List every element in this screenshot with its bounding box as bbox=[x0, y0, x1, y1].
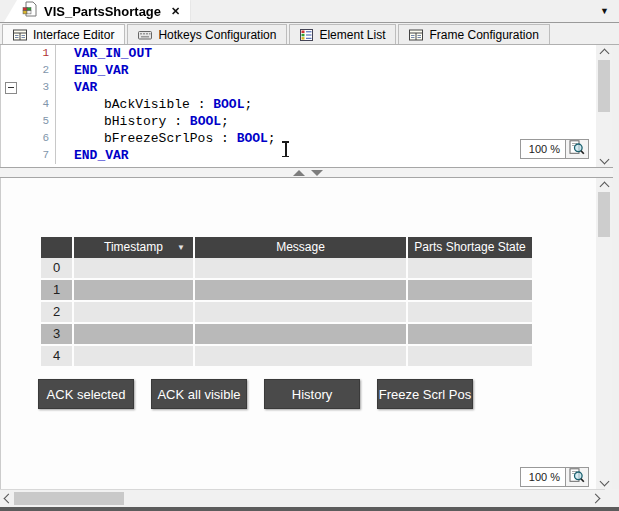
code-line[interactable]: 5bHistory : BOOL; bbox=[1, 113, 597, 130]
tab-label: Hotkeys Configuration bbox=[158, 28, 276, 42]
row-index: 0 bbox=[41, 258, 72, 278]
code-line[interactable]: 4bAckVisible : BOOL; bbox=[1, 96, 597, 113]
collapse-up-icon[interactable] bbox=[293, 170, 305, 176]
code-line[interactable]: 2END_VAR bbox=[1, 62, 597, 79]
collapse-down-icon[interactable] bbox=[311, 170, 323, 176]
fold-collapse-icon[interactable] bbox=[1, 79, 19, 96]
visualization-editor-window: VIS_PartsShortage ✕ ▼ Interface EditorHo… bbox=[0, 0, 619, 511]
fold-gutter bbox=[1, 96, 19, 113]
tab-frame-configuration[interactable]: Frame Configuration bbox=[398, 24, 549, 44]
form-icon bbox=[13, 29, 27, 41]
visualization-document-icon bbox=[22, 1, 38, 21]
scroll-up-icon[interactable] bbox=[596, 178, 612, 191]
table-row[interactable]: 3 bbox=[41, 324, 532, 344]
table-cell bbox=[74, 258, 193, 278]
interface-code-editor[interactable]: 1VAR_IN_OUT2END_VAR3VAR4bAckVisible : BO… bbox=[0, 45, 597, 167]
scroll-down-icon[interactable] bbox=[596, 154, 612, 167]
editor-magnifier-button[interactable] bbox=[566, 139, 589, 159]
table-row[interactable]: 1 bbox=[41, 280, 532, 300]
column-header-timestamp[interactable]: Timestamp▼ bbox=[74, 237, 193, 258]
sort-desc-icon[interactable]: ▼ bbox=[177, 237, 185, 258]
scrollbar-thumb[interactable] bbox=[598, 192, 610, 237]
row-index: 3 bbox=[41, 324, 72, 344]
tab-interface-editor[interactable]: Interface Editor bbox=[2, 24, 125, 44]
tab-list-dropdown-icon[interactable]: ▼ bbox=[600, 7, 609, 16]
keyboard-icon bbox=[138, 29, 152, 41]
table-cell bbox=[408, 302, 532, 322]
canvas-zoom-control: 100 % bbox=[520, 467, 589, 487]
canvas-magnifier-button[interactable] bbox=[566, 467, 589, 487]
history-button[interactable]: History bbox=[264, 379, 360, 409]
row-index: 2 bbox=[41, 302, 72, 322]
alarm-table-header: Timestamp▼MessageParts Shortage State bbox=[41, 237, 532, 258]
ack-selected-button[interactable]: ACK selected bbox=[38, 379, 134, 409]
editor-vertical-scrollbar[interactable] bbox=[596, 45, 612, 167]
freeze-scrl-pos-button[interactable]: Freeze Scrl Pos bbox=[377, 379, 473, 409]
window-bottom-edge bbox=[0, 507, 619, 511]
magnifier-icon bbox=[569, 140, 585, 159]
line-number: 6 bbox=[19, 130, 55, 147]
scrollbar-thumb[interactable] bbox=[598, 60, 610, 112]
canvas-horizontal-scrollbar[interactable] bbox=[0, 489, 605, 508]
tab-label: Element List bbox=[319, 28, 385, 42]
fold-gutter bbox=[1, 130, 19, 147]
code-line[interactable]: 7END_VAR bbox=[1, 147, 597, 164]
tab-element-list[interactable]: Element List bbox=[289, 24, 396, 44]
tab-label: Interface Editor bbox=[33, 28, 114, 42]
scroll-down-icon[interactable] bbox=[596, 476, 612, 489]
scrollbar-thumb[interactable] bbox=[14, 492, 124, 505]
form-icon bbox=[409, 29, 423, 41]
column-header-parts-shortage-state[interactable]: Parts Shortage State bbox=[408, 237, 532, 258]
fold-gutter bbox=[1, 45, 19, 62]
code-line[interactable]: 1VAR_IN_OUT bbox=[1, 45, 597, 62]
table-cell bbox=[408, 324, 532, 344]
code-text: VAR bbox=[55, 79, 597, 96]
scroll-left-icon[interactable] bbox=[0, 490, 14, 507]
editor-zoom-level[interactable]: 100 % bbox=[520, 139, 566, 159]
pane-splitter[interactable] bbox=[0, 167, 613, 178]
editor-zoom-control: 100 % bbox=[520, 139, 589, 159]
code-text: END_VAR bbox=[55, 147, 597, 164]
table-cell bbox=[74, 302, 193, 322]
ack-all-visible-button[interactable]: ACK all visible bbox=[151, 379, 247, 409]
line-number: 7 bbox=[19, 147, 55, 164]
table-cell bbox=[408, 346, 532, 366]
line-number: 1 bbox=[19, 45, 55, 62]
code-line[interactable]: 3VAR bbox=[1, 79, 597, 96]
canvas-zoom-level[interactable]: 100 % bbox=[520, 467, 566, 487]
canvas-vertical-scrollbar[interactable] bbox=[596, 178, 612, 489]
table-cell bbox=[195, 346, 406, 366]
column-header-message[interactable]: Message bbox=[195, 237, 406, 258]
document-tab[interactable]: VIS_PartsShortage ✕ bbox=[4, 0, 190, 22]
fold-gutter bbox=[1, 147, 19, 164]
button-row: ACK selectedACK all visibleHistoryFreeze… bbox=[38, 379, 473, 409]
code-text: END_VAR bbox=[55, 62, 597, 79]
scroll-up-icon[interactable] bbox=[596, 45, 612, 58]
table-cell bbox=[195, 258, 406, 278]
table-cell bbox=[74, 280, 193, 300]
line-number: 5 bbox=[19, 113, 55, 130]
document-tab-title: VIS_PartsShortage bbox=[44, 4, 161, 19]
table-row[interactable]: 4 bbox=[41, 346, 532, 366]
row-index: 4 bbox=[41, 346, 72, 366]
fold-gutter bbox=[1, 113, 19, 130]
close-tab-icon[interactable]: ✕ bbox=[171, 5, 180, 18]
grid-icon bbox=[300, 29, 313, 41]
table-cell bbox=[74, 346, 193, 366]
scroll-right-icon[interactable] bbox=[589, 490, 605, 507]
column-header-index[interactable] bbox=[41, 237, 72, 258]
fold-gutter bbox=[1, 62, 19, 79]
document-tabstrip: VIS_PartsShortage ✕ ▼ bbox=[0, 0, 619, 23]
code-line[interactable]: 6bFreezeScrlPos : BOOL; bbox=[1, 130, 597, 147]
code-text: VAR_IN_OUT bbox=[55, 45, 597, 62]
line-number: 2 bbox=[19, 62, 55, 79]
table-cell bbox=[195, 324, 406, 344]
line-number: 4 bbox=[19, 96, 55, 113]
table-row[interactable]: 2 bbox=[41, 302, 532, 322]
visualization-canvas[interactable]: Timestamp▼MessageParts Shortage State 01… bbox=[0, 178, 597, 489]
table-row[interactable]: 0 bbox=[41, 258, 532, 278]
tab-hotkeys-configuration[interactable]: Hotkeys Configuration bbox=[127, 24, 287, 44]
alarm-table-body: 01234 bbox=[41, 258, 532, 366]
line-number: 3 bbox=[19, 79, 55, 96]
magnifier-icon bbox=[569, 468, 585, 487]
